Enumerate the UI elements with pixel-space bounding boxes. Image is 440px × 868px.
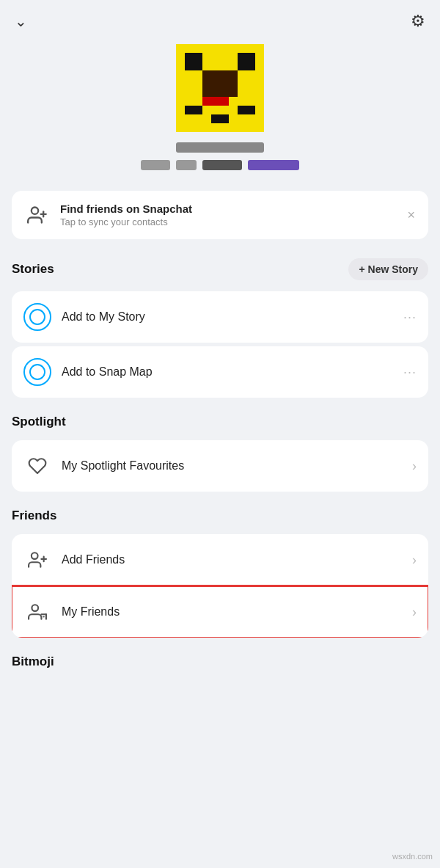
stories-section-header: Stories + New Story <box>0 245 440 288</box>
bitmoji-section: Bitmoji <box>0 641 440 676</box>
add-friends-chevron: › <box>412 552 417 568</box>
heart-icon <box>23 452 51 480</box>
gear-icon[interactable]: ⚙ <box>411 12 425 31</box>
watermark: wsxdn.com <box>392 852 433 861</box>
my-friends-item[interactable]: My Friends › <box>12 586 428 638</box>
my-friends-chevron: › <box>412 605 417 620</box>
spotlight-favourites-label: My Spotlight Favourites <box>62 459 402 473</box>
avatar[interactable] <box>176 44 264 132</box>
my-friends-label: My Friends <box>62 605 402 619</box>
friends-title: Friends <box>12 508 56 523</box>
add-friends-label: Add Friends <box>62 553 402 566</box>
snap-map-label: Add to Snap Map <box>62 365 393 379</box>
svg-rect-5 <box>211 97 229 106</box>
svg-rect-1 <box>185 53 202 70</box>
add-to-snap-map-card[interactable]: Add to Snap Map ··· <box>12 346 428 398</box>
more-options-snap-map[interactable]: ··· <box>403 365 417 380</box>
find-friends-text: Find friends on Snapchat Tap to sync you… <box>60 203 417 227</box>
avatar-image <box>176 44 264 132</box>
stat-item-4 <box>248 160 299 170</box>
svg-rect-8 <box>211 114 229 123</box>
bitmoji-title: Bitmoji <box>12 654 54 668</box>
svg-rect-4 <box>202 97 211 106</box>
spotlight-section-header: Spotlight <box>0 401 440 437</box>
friends-card: Add Friends › My Friends › <box>12 534 428 638</box>
find-friends-subtitle: Tap to sync your contacts <box>60 216 417 227</box>
stat-item-3 <box>202 160 242 170</box>
chevron-down-icon[interactable]: ⌄ <box>15 12 27 30</box>
find-friends-icon <box>23 201 51 229</box>
stories-title: Stories <box>12 262 54 277</box>
svg-point-15 <box>32 605 38 611</box>
add-friends-icon <box>23 546 51 574</box>
profile-section <box>0 37 440 185</box>
story-icon-my-story <box>23 303 51 331</box>
friends-section-header: Friends <box>0 495 440 530</box>
svg-rect-7 <box>238 106 255 114</box>
chevron-right-icon: › <box>412 459 417 474</box>
spotlight-favourites-card[interactable]: My Spotlight Favourites › <box>12 440 428 492</box>
find-friends-title: Find friends on Snapchat <box>60 203 417 215</box>
add-to-my-story-card[interactable]: Add to My Story ··· <box>12 291 428 343</box>
find-friends-banner[interactable]: Find friends on Snapchat Tap to sync you… <box>12 191 428 239</box>
svg-rect-6 <box>185 106 202 114</box>
svg-rect-3 <box>202 70 238 97</box>
svg-point-9 <box>32 208 38 214</box>
my-friends-icon <box>23 598 51 626</box>
story-icon-snap-map <box>23 358 51 386</box>
stat-item-2 <box>176 160 197 170</box>
stat-item-1 <box>141 160 170 170</box>
add-friends-item[interactable]: Add Friends › <box>12 534 428 586</box>
my-story-label: Add to My Story <box>62 310 393 324</box>
spotlight-title: Spotlight <box>12 415 66 429</box>
more-options-my-story[interactable]: ··· <box>403 310 417 325</box>
top-bar: ⌄ ⚙ <box>0 0 440 37</box>
stats-row <box>141 160 299 170</box>
svg-rect-2 <box>238 53 255 70</box>
svg-point-12 <box>32 552 38 559</box>
username-bar <box>176 142 264 153</box>
close-button[interactable]: × <box>404 205 418 226</box>
new-story-button[interactable]: + New Story <box>348 258 428 280</box>
